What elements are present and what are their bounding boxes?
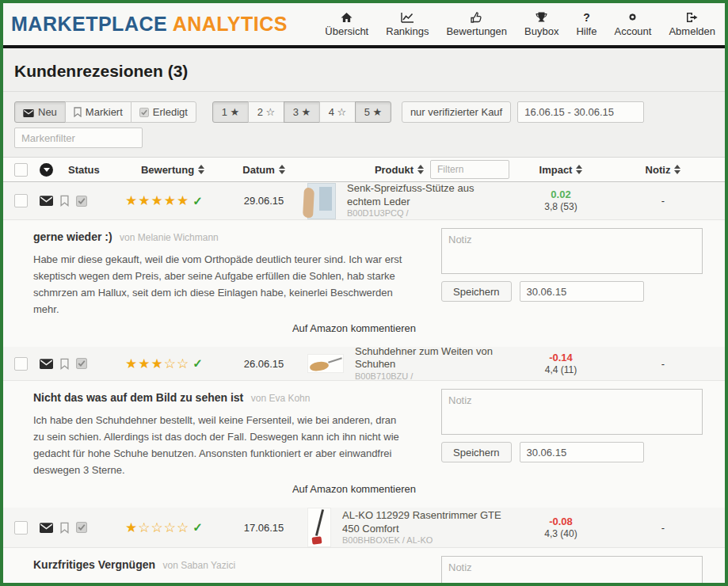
row-checkbox[interactable] (14, 521, 28, 535)
sort-icon (279, 165, 285, 174)
bulk-actions-dropdown[interactable] (40, 163, 53, 177)
product-filter-input[interactable] (430, 160, 509, 179)
column-datum-label: Datum (242, 164, 274, 176)
star-rating-empty: ☆☆ (164, 356, 189, 372)
note-textarea[interactable] (441, 228, 703, 274)
app-window: MARKETPLACE ANALYTICS Übersicht Rankings (0, 0, 728, 586)
status-new-icon[interactable] (40, 196, 53, 206)
nav-label: Account (614, 25, 651, 37)
gear-icon (627, 11, 638, 23)
nav-bewertungen[interactable]: Bewertungen (446, 11, 507, 37)
nav-account[interactable]: Account (614, 11, 651, 37)
save-note-button[interactable]: Speichern (441, 281, 512, 302)
filter-4-star-button[interactable]: 4 ☆ (319, 101, 356, 123)
product-thumbnail (307, 354, 344, 373)
review-date: 26.06.15 (220, 358, 307, 370)
review-title: Nicht das was auf dem Bild zu sehen ist (33, 391, 243, 404)
review-summary-row: ★☆☆☆☆✓ 17.06.15 AL-KO 112929 Rasentrimme… (3, 508, 725, 548)
verified-purchase-filter-button[interactable]: nur verifizierter Kauf (402, 101, 511, 123)
product-sku: B00B710BZU / (355, 371, 509, 382)
product-name-link[interactable]: Senk-Spreizfuss-Stütze aus echtem Leder (347, 182, 509, 208)
status-marked-icon[interactable] (60, 522, 69, 534)
column-impact[interactable]: Impact (509, 164, 612, 176)
envelope-icon (23, 109, 34, 117)
filter-2-star-button[interactable]: 2 ☆ (248, 101, 284, 123)
product-thumbnail (307, 183, 336, 219)
review-detail: Nicht das was auf dem Bild zu sehen ist … (3, 381, 725, 508)
column-notiz[interactable]: Notiz (612, 164, 714, 176)
note-cell-value: - (612, 195, 714, 207)
review-title: gerne wieder :) (33, 230, 112, 243)
star-rating-filled: ★★★ (125, 356, 164, 372)
review-text: Habe das Gerät ganze zwei Mal benutzt. B… (33, 579, 406, 583)
product-thumbnail (307, 508, 331, 547)
review-block: ★★★★★✓ 29.06.15 Senk-Spreizfuss-Stütze a… (3, 182, 725, 347)
column-impact-label: Impact (539, 164, 573, 176)
nav-rankings[interactable]: Rankings (386, 11, 429, 37)
row-checkbox[interactable] (14, 194, 28, 207)
note-date-input[interactable] (520, 281, 644, 302)
filter-erledigt-button[interactable]: Erledigt (131, 101, 196, 123)
review-block: ★★★☆☆✓ 26.06.15 Schuhdehner zum Weiten v… (3, 347, 725, 508)
note-date-input[interactable] (520, 442, 644, 462)
star-filter-group: 1 ★ 2 ☆ 3 ★ 4 ☆ 5 ★ (212, 101, 391, 123)
status-marked-icon[interactable] (60, 358, 69, 370)
column-bewertung[interactable]: Bewertung (125, 164, 220, 176)
bookmark-icon (74, 107, 82, 117)
review-author: von Saban Yazici (162, 560, 235, 571)
nav-hilfe[interactable]: ? Hilfe (576, 11, 597, 37)
product-rating-summary: 4,4 (11) (545, 364, 577, 376)
filter-markiert-button[interactable]: Markiert (65, 101, 131, 123)
note-textarea[interactable] (441, 389, 703, 435)
impact-value: 0.02 (551, 188, 570, 201)
product-name-link[interactable]: AL-KO 112929 Rasentrimmer GTE 450 Comfor… (342, 509, 509, 535)
product-rating-summary: 3,8 (53) (544, 201, 577, 213)
caret-down-icon (44, 168, 50, 172)
review-summary-row: ★★★★★✓ 29.06.15 Senk-Spreizfuss-Stütze a… (3, 182, 725, 220)
review-author: von Eva Kohn (251, 393, 311, 404)
nav-label: Bewertungen (446, 25, 507, 37)
filter-5-star-button[interactable]: 5 ★ (355, 101, 391, 123)
save-note-button[interactable]: Speichern (441, 442, 512, 462)
amazon-comment-link[interactable]: Auf Amazon kommentieren (33, 478, 427, 498)
brand-filter-input[interactable] (14, 127, 143, 148)
review-block: ★☆☆☆☆✓ 17.06.15 AL-KO 112929 Rasentrimme… (3, 508, 725, 583)
filter-neu-label: Neu (38, 106, 57, 118)
product-name-link[interactable]: Schuhdehner zum Weiten von Schuhen (355, 345, 509, 371)
amazon-comment-link[interactable]: Auf Amazon kommentieren (33, 318, 427, 337)
sort-icon (576, 165, 582, 174)
product-rating-summary: 4,3 (40) (544, 528, 577, 540)
brand-logo[interactable]: MARKETPLACE ANALYTICS (11, 13, 288, 36)
main-nav: Übersicht Rankings Bewertungen Buybox (325, 11, 715, 37)
filter-neu-button[interactable]: Neu (14, 101, 66, 123)
trophy-icon (536, 11, 547, 23)
select-all-checkbox[interactable] (14, 163, 28, 177)
status-done-icon[interactable] (76, 196, 87, 207)
nav-buybox[interactable]: Buybox (524, 11, 558, 37)
column-produkt[interactable]: Produkt (307, 164, 430, 176)
review-text: Habe mir diese gekauft, weil die vom Ort… (33, 251, 406, 318)
sort-icon (417, 165, 424, 174)
review-detail: gerne wieder :) von Melanie Wichmann Hab… (3, 220, 725, 347)
status-done-icon[interactable] (76, 522, 87, 533)
filter-1-star-button[interactable]: 1 ★ (212, 101, 249, 123)
nav-uebersicht[interactable]: Übersicht (325, 11, 368, 37)
status-new-icon[interactable] (40, 359, 53, 369)
nav-abmelden[interactable]: Abmelden (669, 11, 715, 37)
check-square-icon (139, 108, 149, 117)
verified-check-icon: ✓ (192, 356, 203, 371)
status-new-icon[interactable] (40, 523, 53, 533)
status-done-icon[interactable] (76, 358, 87, 369)
note-cell-value: - (612, 358, 714, 370)
row-checkbox[interactable] (14, 357, 28, 371)
column-notiz-label: Notiz (646, 164, 671, 176)
question-glyph: ? (583, 12, 590, 23)
star-rating-filled: ★ (125, 519, 138, 536)
note-textarea[interactable] (441, 556, 703, 583)
filter-3-star-button[interactable]: 3 ★ (284, 101, 320, 123)
column-datum[interactable]: Datum (220, 164, 307, 176)
status-marked-icon[interactable] (60, 195, 69, 207)
date-range-input[interactable] (517, 101, 644, 123)
page-title: Kundenrezesionen (3) (14, 62, 714, 81)
verified-check-icon: ✓ (192, 520, 203, 535)
